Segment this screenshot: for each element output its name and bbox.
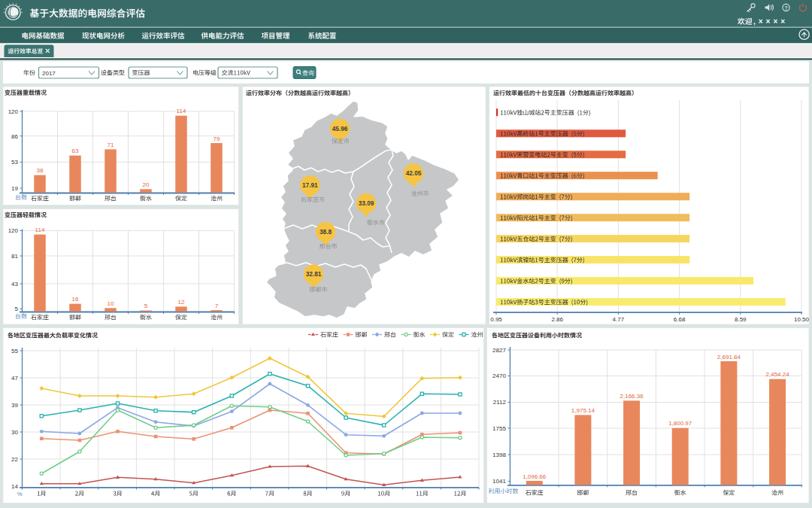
svg-text:2,454.24: 2,454.24 xyxy=(766,371,790,378)
svg-text:5: 5 xyxy=(15,306,19,312)
svg-text:55: 55 xyxy=(11,348,18,354)
svg-text:30: 30 xyxy=(11,429,18,436)
svg-text:32.81: 32.81 xyxy=(306,271,322,278)
svg-text:, × × × ×: , × × × × xyxy=(753,17,786,26)
svg-text:79: 79 xyxy=(214,135,220,142)
svg-text:86: 86 xyxy=(11,133,18,140)
svg-text:47: 47 xyxy=(11,375,18,382)
svg-text:20: 20 xyxy=(143,181,150,188)
svg-text:1041: 1041 xyxy=(492,478,506,485)
svg-text:12: 12 xyxy=(178,299,185,306)
svg-text:7: 7 xyxy=(215,303,219,309)
svg-text:120: 120 xyxy=(8,108,19,115)
svg-text:1,800.97: 1,800.97 xyxy=(668,420,692,427)
svg-text:114: 114 xyxy=(35,227,45,233)
svg-text:10: 10 xyxy=(108,300,114,307)
svg-text:0.95: 0.95 xyxy=(490,316,502,323)
svg-text:14: 14 xyxy=(11,483,18,490)
svg-text:1,096.66: 1,096.66 xyxy=(523,473,547,480)
svg-text:63: 63 xyxy=(72,148,79,154)
svg-text:43: 43 xyxy=(11,281,18,287)
svg-text:2470: 2470 xyxy=(492,373,506,379)
svg-text:2112: 2112 xyxy=(493,399,507,406)
svg-text:2017: 2017 xyxy=(42,70,56,77)
svg-text:2827: 2827 xyxy=(492,347,506,354)
svg-text:33.09: 33.09 xyxy=(359,200,374,207)
svg-text:2,691.84: 2,691.84 xyxy=(717,354,741,360)
svg-text:38: 38 xyxy=(37,167,44,174)
svg-text:2.86: 2.86 xyxy=(551,316,563,323)
svg-text:6.68: 6.68 xyxy=(674,316,686,323)
svg-text:38.8: 38.8 xyxy=(320,229,332,236)
svg-text:53: 53 xyxy=(11,159,18,166)
svg-text:1398: 1398 xyxy=(492,452,506,458)
svg-text:81: 81 xyxy=(11,253,18,260)
svg-text:114: 114 xyxy=(177,108,186,114)
svg-text:19: 19 xyxy=(11,185,18,192)
svg-text:42.05: 42.05 xyxy=(406,170,422,177)
svg-text:?: ? xyxy=(784,5,787,11)
svg-text:1,975.14: 1,975.14 xyxy=(571,407,595,414)
svg-text:1755: 1755 xyxy=(492,425,506,432)
svg-text:5: 5 xyxy=(144,303,148,309)
svg-text:8.59: 8.59 xyxy=(735,316,747,323)
svg-text:16: 16 xyxy=(72,296,79,303)
svg-text:120: 120 xyxy=(8,227,19,234)
svg-text:22: 22 xyxy=(11,456,18,463)
svg-text:45.96: 45.96 xyxy=(332,126,348,132)
svg-text:71: 71 xyxy=(108,141,114,148)
svg-text:2,166.36: 2,166.36 xyxy=(620,393,644,400)
svg-text:39: 39 xyxy=(11,402,18,409)
svg-text:10.50: 10.50 xyxy=(794,316,810,323)
svg-text:%: % xyxy=(17,491,22,497)
svg-text:17.91: 17.91 xyxy=(302,182,318,189)
svg-text:4.77: 4.77 xyxy=(613,316,625,323)
